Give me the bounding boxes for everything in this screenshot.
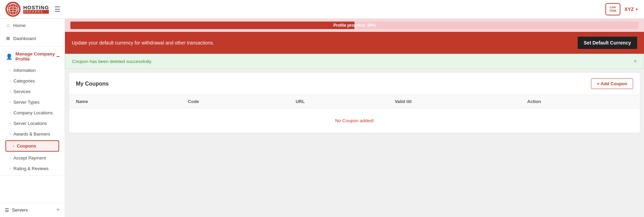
manage-company-left: 👤 Manage Company Profile: [6, 51, 56, 62]
sidebar-sub-coupons[interactable]: › Coupons: [5, 140, 59, 152]
chevron-icon: ›: [10, 111, 11, 115]
table-header: Name Code URL Valid till Action: [69, 95, 640, 108]
collapse-icon[interactable]: −: [56, 53, 60, 60]
chevron-icon: ›: [10, 90, 11, 93]
sidebar-divider-2: [0, 175, 65, 176]
empty-message: No Coupon added!: [69, 108, 640, 133]
sub-rating-reviews-label: Rating & Reviews: [13, 166, 49, 171]
sub-awards-banners-label: Awards & Banners: [13, 131, 50, 137]
user-menu[interactable]: XYZ ▼: [625, 7, 639, 12]
user-caret-icon: ▼: [635, 8, 639, 11]
navbar-left: HOSTING SEEKERS ☰: [5, 2, 61, 17]
sidebar-dashboard-label: Dashboard: [13, 36, 36, 41]
close-success-button[interactable]: ×: [634, 58, 637, 64]
success-text: Coupon has been deleted successfully.: [72, 59, 152, 64]
home-icon: ⌂: [6, 22, 10, 28]
servers-left: ☰ Servers: [5, 207, 28, 213]
main-layout: ⌂ Home ◙ Dashboard 👤 Manage Company Prof…: [0, 19, 644, 217]
currency-banner: Update your default currency for withdra…: [65, 32, 644, 54]
sidebar-sub-awards-banners[interactable]: › Awards & Banners: [0, 129, 65, 139]
sidebar-sub-server-types[interactable]: › Server Types: [0, 97, 65, 107]
table-body: No Coupon added!: [69, 108, 640, 133]
company-icon: 👤: [6, 53, 13, 60]
dashboard-icon: ◙: [6, 35, 10, 41]
sidebar-manage-company[interactable]: 👤 Manage Company Profile −: [0, 48, 65, 65]
progress-bar-container: Profile progress: 50%: [65, 19, 644, 32]
progress-bar-outer: Profile progress: 50%: [70, 22, 639, 29]
coupons-title: My Coupons: [76, 81, 109, 87]
coupons-header: My Coupons + Add Coupon: [69, 73, 640, 95]
col-url: URL: [289, 95, 388, 108]
sidebar: ⌂ Home ◙ Dashboard 👤 Manage Company Prof…: [0, 19, 65, 217]
chevron-icon: ›: [10, 156, 11, 160]
servers-icon: ☰: [5, 207, 9, 213]
sidebar-sub-company-locations[interactable]: › Company Locations: [0, 107, 65, 118]
user-name: XYZ: [625, 7, 634, 12]
set-default-currency-button[interactable]: Set Default Currency: [578, 37, 637, 49]
logo-text: HOSTING SEEKERS: [23, 5, 49, 14]
livechat-button[interactable]: LiveChat: [605, 3, 620, 15]
sub-information-label: Information: [13, 68, 36, 73]
sub-services-label: Services: [13, 89, 30, 94]
sidebar-home-label: Home: [13, 23, 26, 28]
sub-server-locations-label: Server Locations: [13, 121, 47, 126]
sub-accept-payment-label: Accept Payment: [13, 155, 46, 161]
sidebar-sub-server-locations[interactable]: › Server Locations: [0, 118, 65, 129]
chevron-icon: ›: [10, 100, 11, 104]
navbar-right: LiveChat XYZ ▼: [605, 3, 639, 15]
sidebar-sub-categories[interactable]: › Categories: [0, 76, 65, 86]
progress-text: Profile progress: 50%: [70, 22, 639, 29]
sub-server-types-label: Server Types: [13, 100, 39, 105]
logo-icon: [5, 2, 21, 17]
col-name: Name: [69, 95, 181, 108]
table-header-row: Name Code URL Valid till Action: [69, 95, 640, 108]
logo: HOSTING SEEKERS: [5, 2, 49, 17]
chevron-icon: ›: [10, 122, 11, 125]
main-content: Profile progress: 50% Update your defaul…: [65, 19, 644, 217]
success-message: Coupon has been deleted successfully. ×: [65, 54, 644, 69]
coupons-section: My Coupons + Add Coupon Name Code URL Va…: [69, 73, 640, 133]
add-coupon-button[interactable]: + Add Coupon: [591, 78, 633, 89]
chevron-icon: ›: [10, 167, 11, 170]
navbar: HOSTING SEEKERS ☰ LiveChat XYZ ▼: [0, 0, 644, 19]
sub-company-locations-label: Company Locations: [13, 110, 53, 115]
sub-coupons-label: Coupons: [17, 143, 36, 149]
coupons-wrapper: › Coupons: [0, 139, 65, 153]
chevron-icon: ›: [10, 68, 11, 72]
sub-categories-label: Categories: [13, 78, 35, 84]
sidebar-servers[interactable]: ☰ Servers +: [0, 203, 65, 217]
table-row-empty: No Coupon added!: [69, 108, 640, 133]
manage-company-label: Manage Company Profile: [15, 51, 56, 62]
chevron-icon: ›: [10, 79, 11, 83]
sidebar-item-dashboard[interactable]: ◙ Dashboard: [0, 32, 65, 45]
chevron-icon: ›: [13, 144, 14, 148]
col-action: Action: [520, 95, 640, 108]
col-code: Code: [181, 95, 289, 108]
sidebar-sub-rating-reviews[interactable]: › Rating & Reviews: [0, 163, 65, 174]
hamburger-icon[interactable]: ☰: [54, 5, 61, 13]
currency-banner-text: Update your default currency for withdra…: [72, 40, 214, 46]
col-valid-till: Valid till: [388, 95, 520, 108]
logo-seekers: SEEKERS: [23, 10, 49, 14]
sidebar-sub-accept-payment[interactable]: › Accept Payment: [0, 153, 65, 163]
sidebar-divider: [0, 46, 65, 47]
sidebar-sub-services[interactable]: › Services: [0, 86, 65, 97]
sidebar-item-home[interactable]: ⌂ Home: [0, 19, 65, 32]
logo-hosting: HOSTING: [23, 5, 49, 10]
servers-plus-icon[interactable]: +: [56, 206, 60, 214]
coupons-table: Name Code URL Valid till Action No Coupo…: [69, 95, 640, 133]
servers-label: Servers: [12, 207, 28, 213]
chevron-icon: ›: [10, 132, 11, 136]
sidebar-sub-information[interactable]: › Information: [0, 65, 65, 76]
